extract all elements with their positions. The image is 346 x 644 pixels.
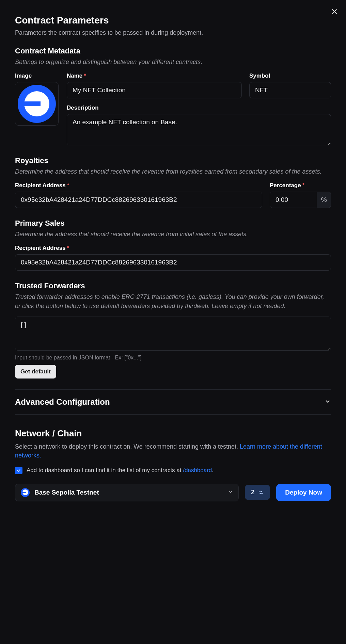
get-default-button[interactable]: Get default [15,365,56,379]
forwarders-input[interactable]: [ ] [15,317,331,351]
network-title: Network / Chain [15,428,331,439]
description-label: Description [67,104,331,111]
transaction-count[interactable]: 2 [245,485,270,500]
chevron-down-icon [228,489,233,496]
tx-count-value: 2 [251,489,254,496]
image-upload[interactable] [15,82,59,126]
network-subtitle: Select a network to deploy this contract… [15,442,331,460]
add-dashboard-row[interactable]: Add to dashboard so I can find it in the… [15,467,331,474]
network-selected-label: Base Sepolia Testnet [34,489,223,496]
chevron-down-icon [324,398,331,406]
name-input[interactable] [67,82,242,98]
metadata-title: Contract Metadata [15,47,331,55]
royalties-section: Royalties Determine the address that sho… [15,156,331,208]
base-logo-icon [18,85,56,123]
close-icon [331,8,338,15]
swap-icon [258,489,264,496]
image-label: Image [15,73,59,79]
name-label: Name* [67,73,242,79]
close-button[interactable] [330,7,339,16]
royalty-recipient-input[interactable] [15,192,262,208]
forwarders-subtitle: Trusted forwarder addresses to enable ER… [15,292,331,310]
royalties-title: Royalties [15,156,331,165]
primary-recipient-input[interactable] [15,254,331,271]
dashboard-link[interactable]: /dashboard [183,467,212,473]
network-select[interactable]: Base Sepolia Testnet [15,484,239,501]
check-icon [16,468,21,473]
forwarders-helper: Input should be passed in JSON format - … [15,355,331,361]
description-input[interactable]: An example NFT collection on Base. [67,114,331,145]
deploy-modal: Contract Parameters Parameters the contr… [0,0,346,644]
royalty-percentage-input[interactable] [270,192,317,208]
add-dashboard-label: Add to dashboard so I can find it in the… [27,467,214,474]
royalty-percentage-label: Percentage* [270,182,331,189]
advanced-config-title: Advanced Configuration [15,397,110,407]
metadata-subtitle: Settings to organize and distinguish bet… [15,58,331,66]
primary-recipient-label: Recipient Address* [15,245,331,252]
royalty-recipient-label: Recipient Address* [15,182,262,189]
network-section: Network / Chain Select a network to depl… [15,428,331,501]
deploy-now-button[interactable]: Deploy Now [276,484,331,501]
percent-suffix: % [317,192,331,208]
metadata-section: Contract Metadata Settings to organize a… [15,47,331,145]
royalties-subtitle: Determine the address that should receiv… [15,167,331,176]
add-dashboard-checkbox[interactable] [15,467,22,474]
forwarders-section: Trusted Forwarders Trusted forwarder add… [15,281,331,378]
symbol-input[interactable] [249,82,331,98]
primary-sales-section: Primary Sales Determine the address that… [15,219,331,271]
primary-subtitle: Determine the address that should receiv… [15,230,331,239]
advanced-config-toggle[interactable]: Advanced Configuration [15,389,331,415]
page-subtitle: Parameters the contract specifies to be … [15,29,331,37]
primary-title: Primary Sales [15,219,331,228]
symbol-label: Symbol [249,73,331,79]
forwarders-title: Trusted Forwarders [15,281,331,290]
page-title: Contract Parameters [15,15,331,26]
base-network-icon [21,488,30,497]
